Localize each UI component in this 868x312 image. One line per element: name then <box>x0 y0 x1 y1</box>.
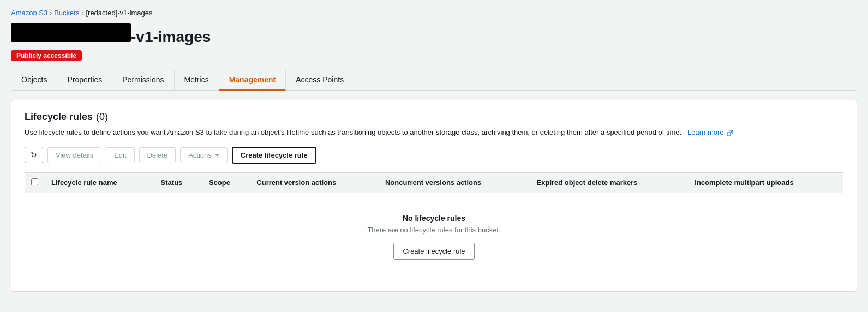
learn-more-link[interactable]: Learn more <box>685 128 733 136</box>
breadcrumb-sep-1: › <box>50 9 52 17</box>
breadcrumb: Amazon S3 › Buckets › [redacted]-v1-imag… <box>11 9 857 17</box>
empty-state-description: There are no lifecycle rules for this bu… <box>42 226 826 234</box>
section-count: (0) <box>96 111 108 123</box>
refresh-button[interactable]: ↻ <box>25 147 43 163</box>
col-checkbox <box>25 172 45 193</box>
tab-permissions[interactable]: Permissions <box>112 70 174 91</box>
page-wrapper: Amazon S3 › Buckets › [redacted]-v1-imag… <box>0 0 868 312</box>
tab-management[interactable]: Management <box>219 70 286 91</box>
col-noncurrent-version: Noncurrent versions actions <box>379 172 530 193</box>
breadcrumb-current: [redacted]-v1-images <box>86 9 152 17</box>
select-all-checkbox[interactable] <box>31 178 38 185</box>
empty-state: No lifecycle rules There are no lifecycl… <box>31 199 837 275</box>
refresh-icon: ↻ <box>31 151 37 159</box>
col-incomplete-uploads: Incomplete multipart uploads <box>688 172 843 193</box>
empty-state-title: No lifecycle rules <box>42 214 826 223</box>
section-title: Lifecycle rules <box>25 111 93 123</box>
section-header: Lifecycle rules (0) <box>25 111 843 123</box>
tab-access-points[interactable]: Access Points <box>286 70 354 91</box>
empty-state-row: No lifecycle rules There are no lifecycl… <box>25 193 843 280</box>
col-current-version: Current version actions <box>250 172 379 193</box>
create-lifecycle-rule-button[interactable]: Create lifecycle rule <box>232 147 316 164</box>
external-link-icon <box>727 130 733 136</box>
bucket-name-redacted <box>11 23 131 42</box>
col-expired-markers: Expired object delete markers <box>530 172 689 193</box>
delete-button[interactable]: Delete <box>139 147 176 163</box>
actions-button[interactable]: Actions <box>180 147 228 163</box>
tab-objects[interactable]: Objects <box>11 70 57 91</box>
toolbar: ↻ View details Edit Delete Actions Creat… <box>25 147 843 164</box>
col-scope: Scope <box>202 172 250 193</box>
tab-properties[interactable]: Properties <box>57 70 112 91</box>
lifecycle-rules-card: Lifecycle rules (0) Use lifecycle rules … <box>11 100 857 292</box>
create-lifecycle-rule-empty-button[interactable]: Create lifecycle rule <box>393 243 474 260</box>
view-details-button[interactable]: View details <box>47 147 101 163</box>
edit-button[interactable]: Edit <box>106 147 134 163</box>
publicly-accessible-badge: Publicly accessible <box>11 50 82 61</box>
svg-line-1 <box>731 130 733 133</box>
lifecycle-rules-table: Lifecycle rule name Status Scope Current… <box>25 172 843 280</box>
tabs-nav: Objects Properties Permissions Metrics M… <box>11 70 857 91</box>
breadcrumb-sep-2: › <box>81 9 83 17</box>
table-header: Lifecycle rule name Status Scope Current… <box>25 172 843 193</box>
section-description: Use lifecycle rules to define actions yo… <box>25 127 843 138</box>
page-title: -v1-images <box>131 28 211 46</box>
breadcrumb-s3-link[interactable]: Amazon S3 <box>11 9 47 17</box>
tab-metrics[interactable]: Metrics <box>175 70 219 91</box>
breadcrumb-buckets-link[interactable]: Buckets <box>54 9 79 17</box>
col-status: Status <box>154 172 202 193</box>
page-title-row: -v1-images <box>11 23 857 46</box>
table-body: No lifecycle rules There are no lifecycl… <box>25 193 843 280</box>
chevron-down-icon <box>215 154 219 157</box>
col-rule-name: Lifecycle rule name <box>45 172 154 193</box>
